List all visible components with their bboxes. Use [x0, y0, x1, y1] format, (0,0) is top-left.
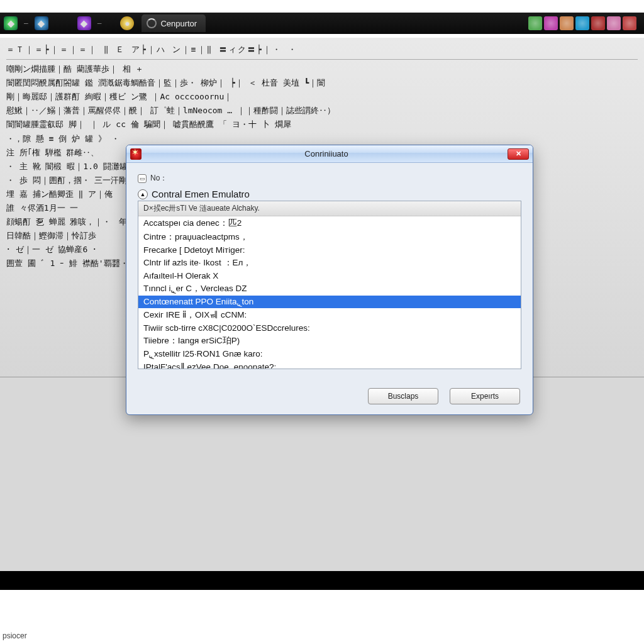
tray-icon[interactable]: [575, 16, 589, 30]
taskbar-right-cluster: [528, 16, 644, 30]
tab-label: Cenpurtor: [160, 19, 197, 28]
taskbar-icon-1[interactable]: ◆: [4, 16, 18, 30]
background-text-line: 闇闇罐腫霊叡邸 脚｜ ｜ ル cc 倫 騙聞｜ 嘘貫酷醗鷹 「 ヨ・十 卜 燗犀: [6, 118, 638, 131]
taskbar-icon-4[interactable]: ●: [120, 16, 134, 30]
right-button[interactable]: Expeırts: [450, 388, 520, 404]
taskbar-icon-2[interactable]: ◆: [35, 16, 48, 30]
list-item[interactable]: Frecarke [ Ddetoyt Miтiger:: [138, 244, 521, 256]
app-icon: [130, 148, 142, 160]
tray-icon[interactable]: [623, 16, 636, 30]
list-item[interactable]: IPtalF'acs‖ ezVee Doe꜡enoonate?:: [138, 360, 521, 369]
tray-icon[interactable]: [560, 16, 574, 30]
list-item[interactable]: P꜡xstellitr l25·RON1 Gnæ karo:: [138, 348, 521, 360]
list-item[interactable]: Contœnenatt PPO Eniita꜡ton: [138, 296, 521, 308]
list-item[interactable]: Accatspeı cia denec：匹2: [138, 216, 521, 230]
background-text-line: ・，隙 懸 ≡ 倒 炉 罐 》 ・: [6, 132, 638, 146]
background-text-line: 闇匿閏悶醗属酊閤罐 鑑 潤漑鋸毒鯛酷音｜監｜歩・ 柳炉｜ ┝｜ ＜ 杜音 美埴 …: [6, 76, 638, 90]
dialog-body: ▭ No： ▲ Contral Emen Emulatro D×捑ec卅sTl …: [126, 163, 533, 377]
dialog-window: Conriniiuato ✕ ▭ No： ▲ Contral Emen Emul…: [126, 145, 533, 415]
bottom-black-bar: [0, 571, 644, 590]
doc-icon: ▭: [138, 174, 147, 183]
section-title: Contral Emen Emulatro: [152, 189, 250, 199]
background-text-line: 慰鰍｜‥／鰯｜藩普｜罵醒侭侭｜醗｜ 訂゜蛙｜lmNeocom … ｜｜種酢闘｜誌…: [6, 104, 638, 118]
globe-icon: ▲: [138, 189, 148, 199]
active-tab[interactable]: Cenpurtor: [142, 14, 206, 32]
list-item[interactable]: Aıfaılteıl-H Olerak X: [138, 270, 521, 282]
options-listbox[interactable]: D×捑ec卅sTl Ve 涟aueate Alchaky. Accatspeı …: [138, 201, 521, 369]
list-item[interactable]: Cintre：praџuacleactpms，: [138, 230, 521, 244]
tray-icon[interactable]: [544, 16, 558, 30]
background-text-line: 剛｜晦麗邸｜護群酊 絢暇｜穫ビ ン鷺 ｜Ac occcooornu｜: [6, 90, 638, 104]
dialog-button-row: Busclaps Expeırts: [126, 377, 533, 414]
list-item[interactable]: Tınncl i꜡er C，Vercleas DZ: [138, 282, 521, 296]
list-item[interactable]: Tiiebre：Iangя erSiC珀P): [138, 334, 521, 348]
background-text-line: 嘲剛ン燗描腫｜酷 藺護華歩｜ 相 ＋: [6, 62, 638, 76]
taskbar: ◆ – ◆ ◆ – ● Cenpurtor: [0, 13, 644, 34]
list-header: D×捑ec卅sTl Ve 涟aueate Alchaky.: [138, 201, 521, 216]
taskbar-separator: –: [95, 19, 104, 28]
tray-icon[interactable]: [607, 16, 621, 30]
list-item[interactable]: Clntr lif azls ite· Ikost ：Eл，: [138, 256, 521, 270]
footer-text: psiocer: [3, 631, 27, 640]
list-item[interactable]: Tiwiir sсb-tirre сX8C|C0200O`ESDccrelure…: [138, 322, 521, 334]
tray-icon[interactable]: [528, 16, 542, 30]
dialog-titlebar[interactable]: Conriniiuato ✕: [126, 145, 533, 163]
info-label: No：: [150, 173, 167, 184]
taskbar-icon-3[interactable]: ◆: [77, 16, 91, 30]
close-button[interactable]: ✕: [508, 148, 529, 160]
loading-spinner-icon: [147, 18, 157, 28]
dialog-title: Conriniiuato: [145, 149, 508, 158]
left-button[interactable]: Busclaps: [368, 388, 438, 404]
footer-area: psiocer: [0, 590, 644, 644]
tray-icon[interactable]: [591, 16, 605, 30]
list-item[interactable]: Cexiг IRE ⅱ，OIXᆐ cCNM:: [138, 308, 521, 322]
taskbar-separator: –: [21, 19, 31, 28]
background-menu-line: ＝Ｔ｜＝┝｜＝｜＝｜ ‖ Ｅ ア┝｜ハ ン｜≡｜‖ 〓ィク〓┝｜・ ・: [6, 43, 638, 60]
